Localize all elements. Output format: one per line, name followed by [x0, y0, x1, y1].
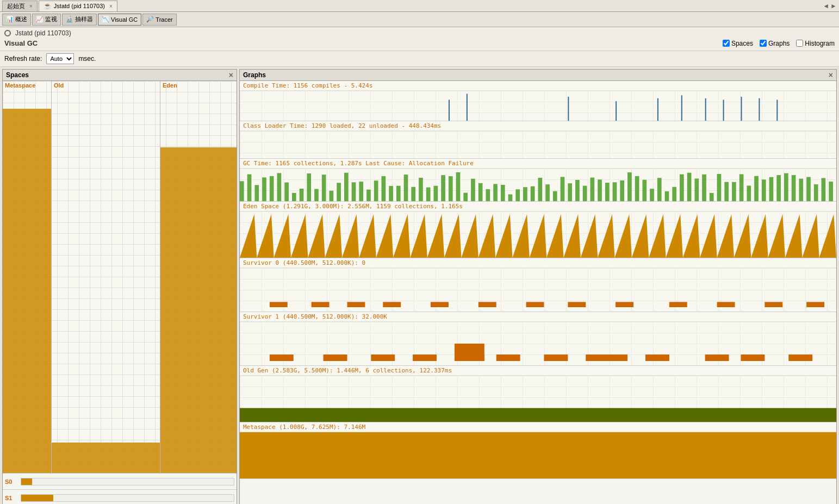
svg-rect-114 [705, 354, 729, 361]
svg-rect-89 [822, 178, 826, 201]
svg-rect-103 [806, 302, 824, 307]
spaces-panel-header: Spaces × [3, 70, 237, 81]
refresh-label: Refresh rate: [4, 55, 42, 63]
graphs-checkbox-label[interactable]: Graphs [760, 40, 790, 47]
svg-rect-55 [568, 183, 572, 201]
toolbar-overview[interactable]: 📊 概述 [2, 14, 31, 26]
toolbar-monitor[interactable]: 📈 监视 [32, 14, 61, 26]
svg-rect-43 [478, 183, 483, 201]
tab-start-close[interactable]: × [29, 3, 33, 9]
svg-rect-25 [344, 173, 349, 201]
histogram-checkbox[interactable] [796, 40, 803, 47]
eden-label: Eden [160, 81, 237, 90]
svg-rect-71 [687, 173, 692, 201]
svg-rect-12 [247, 175, 252, 201]
svg-rect-14 [262, 177, 266, 201]
svg-rect-76 [724, 182, 729, 201]
svg-rect-15 [270, 176, 274, 201]
svg-rect-24 [337, 183, 341, 201]
svg-rect-59 [598, 179, 602, 201]
compile-time-svg [240, 91, 836, 121]
svg-rect-41 [463, 193, 468, 201]
svg-rect-49 [523, 187, 527, 201]
monitor-label: 监视 [45, 15, 57, 23]
svg-rect-36 [426, 188, 431, 201]
svg-rect-62 [620, 181, 624, 201]
survivor0-graph [240, 268, 836, 312]
pid-radio[interactable] [4, 30, 11, 36]
tab-jstatd-label: Jstatd (pid 110703) [54, 3, 105, 9]
svg-rect-37 [434, 186, 438, 201]
survivor0-title: Survivor 0 (440.500M, 512.000K): 0 [240, 258, 836, 268]
compile-time-title: Compile Time: 1156 compiles - 5.424s [240, 81, 836, 91]
svg-rect-52 [545, 184, 550, 201]
spaces-panel: Spaces × Metaspace Old [2, 69, 237, 504]
svg-rect-94 [383, 302, 401, 307]
svg-rect-83 [776, 175, 781, 201]
svg-rect-90 [829, 182, 833, 201]
svg-rect-92 [312, 302, 330, 307]
compile-time-graph [240, 91, 836, 121]
nav-forward[interactable]: ► [830, 2, 837, 10]
toolbar-visual-gc[interactable]: 📉 Visual GC [98, 14, 141, 26]
svg-rect-34 [411, 187, 415, 201]
tracer-label: Tracer [156, 16, 172, 23]
gc-time-title: GC Time: 1165 collections, 1.287s Last C… [240, 159, 836, 169]
spaces-content: Metaspace Old Eden [3, 81, 237, 504]
eden-column: Eden [160, 81, 237, 473]
gc-time-section: GC Time: 1165 collections, 1.287s Last C… [240, 159, 836, 202]
svg-rect-11 [240, 181, 244, 201]
tab-start[interactable]: 起始页 × [2, 1, 38, 11]
svg-rect-65 [642, 180, 647, 201]
spaces-checkbox[interactable] [723, 40, 730, 47]
eden-fill [160, 147, 237, 473]
graphs-content: Compile Time: 1156 compiles - 5.424s [240, 81, 836, 504]
spaces-close[interactable]: × [229, 71, 233, 79]
spaces-checkbox-label[interactable]: Spaces [723, 40, 753, 47]
survivor0-section: Survivor 0 (440.500M, 512.000K): 0 [240, 258, 836, 312]
svg-rect-19 [300, 189, 304, 201]
svg-rect-113 [645, 354, 669, 361]
svg-rect-6 [705, 98, 706, 121]
old-fill [52, 443, 160, 473]
visual-gc-label: Visual GC [111, 16, 138, 23]
svg-rect-39 [449, 176, 453, 201]
toolbar-tracer[interactable]: 🔎 Tracer [142, 14, 176, 26]
svg-rect-51 [538, 178, 543, 201]
tab-jstatd[interactable]: ☕ Jstatd (pid 110703) × [39, 1, 117, 11]
visual-gc-icon: 📉 [102, 16, 109, 23]
metaspace-label: Metaspace [3, 81, 51, 90]
gc-time-svg: // generated via JS below [240, 169, 836, 201]
graphs-close[interactable]: × [829, 71, 833, 79]
svg-rect-35 [419, 178, 423, 201]
svg-rect-45 [493, 184, 498, 201]
survivor0-svg [240, 268, 836, 312]
toolbar-sampler[interactable]: 🔬 抽样器 [62, 14, 97, 26]
svg-rect-10 [776, 100, 778, 121]
svg-rect-4 [657, 98, 658, 121]
svg-rect-86 [799, 179, 803, 201]
tab-jstatd-close[interactable]: × [109, 3, 113, 9]
s1-bar-container [21, 494, 234, 502]
svg-rect-78 [739, 174, 744, 201]
tracer-icon: 🔎 [146, 16, 154, 23]
refresh-select[interactable]: Auto 500 1000 2000 [46, 53, 74, 64]
old-gen-section: Old Gen (2.583G, 5.500M): 1.446M, 6 coll… [240, 366, 836, 422]
svg-rect-100 [669, 302, 687, 307]
svg-rect-28 [366, 190, 371, 201]
svg-rect-91 [270, 302, 288, 307]
nav-back[interactable]: ◄ [823, 2, 829, 10]
graphs-checkbox[interactable] [760, 40, 767, 47]
svg-rect-31 [389, 186, 393, 201]
sampler-icon: 🔬 [66, 16, 73, 23]
svg-rect-0 [449, 100, 450, 121]
svg-rect-72 [694, 178, 699, 201]
old-gen-graph [240, 376, 836, 422]
app-header: Jstatd (pid 110703) Visual GC Spaces Gra… [0, 27, 839, 51]
s0-bar-container [21, 478, 234, 486]
s1-bar-fill [21, 495, 53, 501]
svg-rect-119 [240, 432, 836, 478]
histogram-checkbox-label[interactable]: Histogram [796, 40, 835, 47]
svg-rect-46 [501, 185, 505, 201]
svg-rect-115 [741, 354, 765, 361]
